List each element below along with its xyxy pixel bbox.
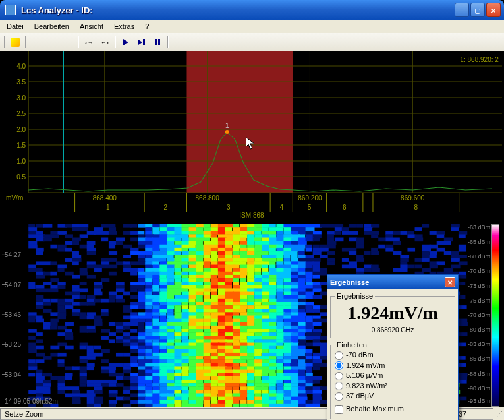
zoom-out-button[interactable]: ←x bbox=[98, 35, 112, 49]
svg-rect-1827 bbox=[254, 373, 262, 377]
svg-rect-279 bbox=[254, 241, 262, 245]
svg-rect-2117 bbox=[152, 397, 161, 401]
svg-rect-621 bbox=[269, 272, 277, 276]
svg-rect-1576 bbox=[211, 353, 219, 357]
svg-rect-2042 bbox=[211, 390, 219, 394]
svg-rect-1489 bbox=[159, 346, 166, 350]
svg-rect-1299 bbox=[211, 329, 219, 333]
unit-option-2[interactable]: 5.106 µA/m bbox=[335, 371, 451, 381]
results-dialog[interactable]: Ergebnisse ✕ Ergebnisse 1.924mV/m 0.8689… bbox=[327, 274, 459, 420]
svg-rect-1217 bbox=[189, 322, 196, 326]
svg-rect-1264 bbox=[218, 326, 226, 330]
copy-button[interactable] bbox=[45, 35, 59, 49]
svg-rect-423 bbox=[240, 255, 248, 258]
resize-grip[interactable]: ⋰ bbox=[493, 410, 504, 417]
svg-rect-263 bbox=[138, 241, 146, 245]
svg-rect-774 bbox=[218, 285, 225, 289]
svg-rect-1134 bbox=[189, 316, 197, 320]
svg-rect-1370 bbox=[138, 336, 146, 340]
record-button[interactable] bbox=[134, 35, 149, 49]
svg-rect-1267 bbox=[240, 326, 248, 330]
menu-datei[interactable]: Datei bbox=[1, 21, 29, 32]
close-button[interactable]: ✕ bbox=[486, 3, 501, 17]
svg-rect-257 bbox=[28, 241, 37, 245]
svg-rect-1487 bbox=[145, 346, 152, 350]
toolbar-separator bbox=[76, 35, 80, 49]
svg-rect-1394 bbox=[313, 336, 320, 340]
results-close-button[interactable]: ✕ bbox=[445, 277, 455, 287]
svg-rect-1086 bbox=[101, 312, 109, 316]
svg-rect-1029 bbox=[306, 305, 313, 309]
spectrum-plot[interactable]: 1 0.51.01.52.02.53.03.54.0 mV/m 868.400 … bbox=[2, 51, 502, 220]
svg-rect-222 bbox=[130, 238, 138, 242]
svg-rect-1470 bbox=[313, 343, 321, 347]
svg-rect-786 bbox=[306, 285, 314, 289]
svg-rect-662 bbox=[306, 275, 313, 279]
svg-rect-1981 bbox=[57, 386, 65, 390]
svg-rect-1501 bbox=[247, 346, 255, 350]
svg-rect-183 bbox=[65, 234, 73, 238]
svg-rect-2081 bbox=[189, 393, 196, 397]
keep-max-checkbox[interactable]: Behalte Maximum bbox=[335, 404, 451, 415]
svg-rect-936 bbox=[182, 299, 189, 303]
svg-rect-2000 bbox=[233, 386, 239, 390]
svg-rect-979 bbox=[218, 302, 226, 306]
svg-rect-1307 bbox=[269, 329, 276, 333]
svg-rect-212 bbox=[385, 234, 393, 238]
unit-option-0[interactable]: -70 dBm bbox=[335, 350, 451, 361]
svg-rect-315 bbox=[262, 245, 270, 249]
svg-rect-2130 bbox=[247, 397, 254, 401]
svg-rect-1858 bbox=[152, 376, 159, 380]
svg-rect-1639 bbox=[28, 359, 36, 363]
paste-button[interactable] bbox=[61, 35, 75, 49]
svg-rect-1953 bbox=[218, 383, 225, 387]
svg-rect-398 bbox=[327, 251, 335, 255]
svg-rect-269 bbox=[182, 241, 190, 245]
svg-rect-1017 bbox=[218, 305, 225, 309]
menu-bearbeiten[interactable]: Bearbeiten bbox=[29, 21, 74, 32]
pause-button[interactable] bbox=[150, 35, 165, 49]
menu-ansicht[interactable]: Ansicht bbox=[74, 21, 109, 32]
svg-rect-626 bbox=[306, 272, 313, 276]
zoom-in-button[interactable]: x→ bbox=[82, 35, 96, 49]
svg-rect-1234 bbox=[313, 322, 322, 326]
svg-rect-860 bbox=[247, 292, 254, 296]
minimize-button[interactable]: _ bbox=[455, 3, 469, 17]
maximize-button[interactable]: ▢ bbox=[470, 3, 485, 17]
cut-button[interactable] bbox=[29, 35, 43, 49]
menu-extras[interactable]: Extras bbox=[109, 21, 140, 32]
run-button[interactable] bbox=[8, 35, 22, 49]
svg-rect-67 bbox=[159, 224, 167, 228]
svg-rect-485 bbox=[138, 261, 146, 265]
svg-rect-847 bbox=[152, 292, 161, 296]
svg-rect-1187 bbox=[276, 319, 283, 323]
svg-rect-2068 bbox=[65, 393, 73, 397]
svg-rect-2164 bbox=[211, 400, 218, 404]
svg-rect-1549 bbox=[298, 349, 306, 353]
unit-option-4[interactable]: 37 dBµV bbox=[335, 391, 451, 402]
svg-rect-1935 bbox=[80, 383, 86, 387]
colorbar-gradient bbox=[491, 224, 499, 407]
svg-rect-185 bbox=[138, 234, 145, 238]
svg-rect-712 bbox=[43, 282, 51, 285]
svg-rect-310 bbox=[225, 245, 233, 249]
svg-rect-1263 bbox=[211, 326, 219, 330]
svg-rect-1375 bbox=[174, 336, 181, 340]
svg-rect-507 bbox=[298, 261, 306, 265]
svg-rect-338 bbox=[159, 248, 167, 252]
svg-rect-624 bbox=[291, 272, 298, 276]
svg-rect-383 bbox=[204, 251, 211, 255]
svg-text:869.600: 869.600 bbox=[401, 195, 425, 202]
play-button[interactable] bbox=[119, 35, 133, 49]
svg-rect-721 bbox=[159, 282, 167, 285]
unit-option-3[interactable]: 9.823 nW/m² bbox=[335, 381, 451, 392]
svg-rect-343 bbox=[196, 248, 205, 252]
svg-rect-2080 bbox=[182, 393, 190, 397]
svg-rect-1229 bbox=[276, 322, 284, 326]
results-titlebar[interactable]: Ergebnisse ✕ bbox=[327, 275, 458, 289]
unit-option-1[interactable]: 1.924 mV/m bbox=[335, 361, 451, 371]
svg-rect-1490 bbox=[167, 346, 175, 350]
menu-help[interactable]: ? bbox=[140, 21, 154, 32]
svg-rect-511 bbox=[349, 261, 357, 265]
svg-rect-951 bbox=[291, 299, 299, 303]
